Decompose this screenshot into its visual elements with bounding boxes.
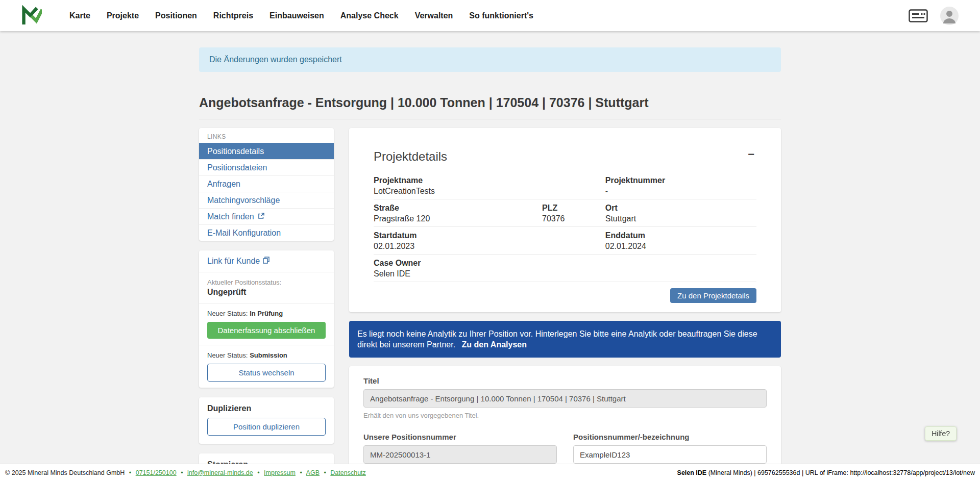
footer-separator: • (129, 469, 131, 476)
field-label: Straße (374, 203, 542, 213)
nav-item-positionen[interactable]: Positionen (147, 0, 205, 31)
sidebar-item-positionsdetails[interactable]: Positionsdetails (199, 143, 334, 159)
field-value: Stuttgart (605, 214, 756, 223)
customer-link-label: Link für Kunde (207, 257, 260, 266)
next-status-label: Neuer Status: (207, 310, 248, 317)
main-navigation: Karte Projekte Positionen Richtpreis Ein… (61, 0, 542, 31)
project-details-card: Projektdetails − Projektname LotCreation… (349, 128, 781, 312)
sidebar-item-matchingvorschlaege[interactable]: Matchingvorschläge (199, 192, 334, 208)
nav-item-karte[interactable]: Karte (61, 0, 99, 31)
field-label: Enddatum (605, 231, 756, 240)
external-link-icon (258, 212, 264, 221)
sidebar-item-email-konfiguration[interactable]: E-Mail Konfiguration (199, 224, 334, 241)
footer-separator: • (300, 469, 302, 476)
our-number-label: Unsere Positionsnummer (363, 433, 557, 441)
nav-item-einbauweisen[interactable]: Einbauweisen (261, 0, 332, 31)
links-panel: LINKS Positionsdetails Positionsdateien … (199, 128, 334, 241)
divider (199, 119, 781, 119)
field-label: Ort (605, 203, 756, 213)
footer-phone-link[interactable]: 07151/250100 (136, 469, 177, 476)
field-value: Pragstraße 120 (374, 214, 542, 223)
footer-user: Selen IDE (677, 469, 707, 476)
copyright-text: © 2025 Mineral Minds Deutschland GmbH (5, 469, 125, 476)
to-analyses-link[interactable]: Zu den Analysen (462, 340, 527, 349)
project-row: Straße Pragstraße 120 PLZ 70376 Ort Stut… (374, 199, 756, 227)
field-value: LotCreationTests (374, 186, 605, 196)
field-value: 70376 (542, 214, 605, 223)
status-panel: Link für Kunde Aktueller Positionsstatus… (199, 250, 334, 388)
top-navbar: Karte Projekte Positionen Richtpreis Ein… (0, 0, 980, 31)
analytics-banner: Es liegt noch keine Analytik zu Ihrer Po… (349, 321, 781, 358)
footer-impressum-link[interactable]: Impressum (264, 469, 296, 476)
page-title: Angebotsanfrage - Entsorgung | 10.000 To… (199, 95, 781, 110)
page-container: Die Änderungen wurden gespeichert Angebo… (199, 47, 781, 481)
sidebar-item-label: Matchingvorschläge (207, 195, 280, 205)
collapse-button[interactable]: − (746, 149, 756, 160)
duplicate-heading: Duplizieren (207, 404, 326, 413)
nav-item-so-funktionierts[interactable]: So funktioniert's (461, 0, 542, 31)
project-row: Startdatum 02.01.2023 Enddatum 02.01.202… (374, 227, 756, 255)
footer: © 2025 Mineral Minds Deutschland GmbH • … (0, 464, 980, 481)
next-status-label: Neuer Status: (207, 351, 248, 359)
main-column: Projektdetails − Projektname LotCreation… (349, 128, 781, 481)
project-row: Projektname LotCreationTests Projektnumm… (374, 172, 756, 199)
sidebar-item-match-finden[interactable]: Match finden (199, 208, 334, 224)
nav-item-projekte[interactable]: Projekte (99, 0, 147, 31)
sidebar-item-label: E-Mail Konfiguration (207, 228, 281, 238)
sidebar-item-label: Anfragen (207, 179, 240, 189)
to-project-details-button[interactable]: Zu den Projektdetails (670, 288, 756, 303)
nav-item-analyse-check[interactable]: Analyse Check (332, 0, 407, 31)
footer-session-info: Selen IDE (Mineral Minds) | 69576255536d… (677, 469, 975, 476)
titel-field-group: Titel Erhält den von uns vorgegebenen Ti… (363, 376, 767, 419)
sidebar-item-anfragen[interactable]: Anfragen (199, 175, 334, 192)
project-details-heading: Projektdetails (374, 149, 447, 164)
sidebar-item-label: Positionsdateien (207, 163, 267, 172)
brand-logo[interactable] (21, 5, 42, 27)
card-reader-icon[interactable] (909, 9, 928, 22)
help-button[interactable]: Hilfe? (925, 426, 957, 441)
position-number-label: Positionsnummer/-bezeichnung (573, 433, 767, 441)
switch-status-button[interactable]: Status wechseln (207, 364, 326, 382)
footer-left: © 2025 Mineral Minds Deutschland GmbH • … (5, 469, 366, 476)
navbar-right (909, 7, 966, 25)
field-label: Projektnummer (605, 175, 756, 185)
next-status-value: In Prüfung (250, 310, 283, 317)
field-label: Projektname (374, 175, 605, 185)
nav-item-verwalten[interactable]: Verwalten (407, 0, 461, 31)
sidebar: LINKS Positionsdetails Positionsdateien … (199, 128, 334, 481)
field-label: PLZ (542, 203, 605, 213)
duplicate-panel: Duplizieren Position duplizieren (199, 397, 334, 444)
footer-session-details: (Mineral Minds) | 69576255536d | URL of … (706, 469, 975, 476)
field-value: Selen IDE (374, 269, 605, 279)
field-label: Case Owner (374, 258, 605, 268)
next-status-line: Neuer Status: Submission (207, 351, 326, 359)
nav-item-richtpreis[interactable]: Richtpreis (205, 0, 261, 31)
complete-data-entry-button[interactable]: Datenerfassung abschließen (207, 322, 326, 339)
titel-label: Titel (363, 376, 767, 385)
duplicate-position-button[interactable]: Position duplizieren (207, 418, 326, 436)
alert-message: Die Änderungen wurden gespeichert (209, 55, 342, 64)
project-fields: Projektname LotCreationTests Projektnumm… (374, 172, 756, 282)
sidebar-item-positionsdateien[interactable]: Positionsdateien (199, 159, 334, 175)
links-header: LINKS (199, 128, 334, 143)
user-avatar[interactable] (940, 7, 959, 25)
field-value: 02.01.2024 (605, 241, 756, 251)
content-layout: LINKS Positionsdetails Positionsdateien … (199, 128, 781, 481)
our-number-input (363, 445, 557, 464)
field-label: Startdatum (374, 231, 605, 240)
titel-input (363, 389, 767, 408)
copy-icon (263, 257, 270, 266)
current-status-value: Ungeprüft (207, 288, 326, 297)
footer-agb-link[interactable]: AGB (306, 469, 320, 476)
footer-email-link[interactable]: info@mineral-minds.de (187, 469, 253, 476)
footer-separator: • (324, 469, 326, 476)
save-success-alert: Die Änderungen wurden gespeichert (199, 47, 781, 72)
customer-link[interactable]: Link für Kunde (207, 257, 270, 266)
footer-datenschutz-link[interactable]: Datenschutz (330, 469, 365, 476)
position-number-input[interactable] (573, 445, 767, 464)
footer-separator: • (257, 469, 259, 476)
current-status-label: Aktueller Positionsstatus: (207, 279, 326, 286)
next-status-value: Submission (250, 351, 287, 359)
field-value: - (605, 186, 756, 196)
next-status-line: Neuer Status: In Prüfung (207, 310, 326, 317)
